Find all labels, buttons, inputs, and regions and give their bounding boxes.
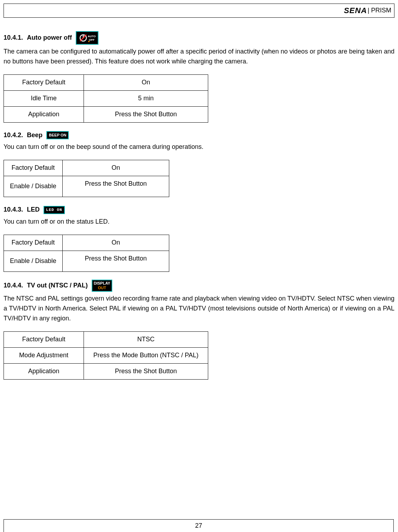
cell-value: Press the Shot Button <box>63 176 169 197</box>
cell-label: Idle Time <box>4 90 84 106</box>
section-number: 10.4.3. <box>4 206 23 213</box>
table-row: Mode Adjustment Press the Mode Button (N… <box>4 347 208 363</box>
table-row: Application Press the Shot Button <box>4 363 208 379</box>
section-title: Auto power off <box>27 34 72 41</box>
section-auto-power-off: 10.4.1. Auto power off AUTO OFF The came… <box>4 31 394 122</box>
svg-text:OFF: OFF <box>89 38 95 41</box>
cell-value: On <box>63 235 169 251</box>
beep-on-icon: BEEP ON <box>46 131 69 139</box>
section-title: LED <box>27 206 40 213</box>
cell-label: Factory Default <box>4 74 84 90</box>
section-number: 10.4.2. <box>4 131 23 139</box>
led-on-icon: LED ON <box>44 206 65 214</box>
table-row: Idle Time 5 min <box>4 90 208 106</box>
cell-value: NTSC <box>84 331 208 347</box>
logo: SENA <box>344 5 367 17</box>
table-row: Factory Default On <box>4 235 169 251</box>
auto-off-icon: AUTO OFF <box>76 31 98 45</box>
table-row: Factory Default NTSC <box>4 331 208 347</box>
cell-label: Application <box>4 363 84 379</box>
page-header: SENA | PRISM <box>4 4 394 18</box>
section-body: The NTSC and PAL settings govern video r… <box>4 294 394 324</box>
table-row: Factory Default On <box>4 160 169 176</box>
section-tv-out: 10.4.4. TV out (NTSC / PAL) DISPLAY OUT … <box>4 280 394 380</box>
table-row: Enable / Disable Press the Shot Button <box>4 176 169 197</box>
tv-out-table: Factory Default NTSC Mode Adjustment Pre… <box>4 331 208 380</box>
section-title: Beep <box>27 131 42 139</box>
display-out-icon: DISPLAY OUT <box>92 280 113 292</box>
section-body: The camera can be configured to automati… <box>4 47 394 67</box>
section-title: TV out (NTSC / PAL) <box>27 282 88 289</box>
cell-label: Enable / Disable <box>4 176 63 197</box>
cell-value: Press the Shot Button <box>63 251 169 271</box>
cell-value: Press the Shot Button <box>84 106 208 122</box>
table-row: Factory Default On <box>4 74 208 90</box>
led-table: Factory Default On Enable / Disable Pres… <box>4 235 169 272</box>
cell-label: Factory Default <box>4 235 63 251</box>
icon-label-bottom: OUT <box>98 286 106 290</box>
page-number: 27 <box>195 522 202 529</box>
cell-label: Mode Adjustment <box>4 347 84 363</box>
cell-value: Press the Mode Button (NTSC / PAL) <box>84 347 208 363</box>
cell-label: Enable / Disable <box>4 251 63 271</box>
cell-label: Factory Default <box>4 331 84 347</box>
cell-value: On <box>63 160 169 176</box>
cell-value: 5 min <box>84 90 208 106</box>
svg-point-4 <box>88 41 90 42</box>
icon-label: BEEP ON <box>49 133 66 138</box>
icon-label: LED ON <box>46 208 62 212</box>
icon-label-top: DISPLAY <box>94 281 110 286</box>
cell-value: On <box>84 74 208 90</box>
product-name: | PRISM <box>368 6 391 16</box>
cell-label: Application <box>4 106 84 122</box>
cell-value: Press the Shot Button <box>84 363 208 379</box>
section-number: 10.4.4. <box>4 282 23 289</box>
section-number: 10.4.1. <box>4 34 23 41</box>
table-row: Application Press the Shot Button <box>4 106 208 122</box>
auto-power-off-table: Factory Default On Idle Time 5 min Appli… <box>4 74 208 123</box>
cell-label: Factory Default <box>4 160 63 176</box>
section-beep: 10.4.2. Beep BEEP ON You can turn off or… <box>4 130 394 197</box>
beep-table: Factory Default On Enable / Disable Pres… <box>4 160 169 197</box>
svg-text:AUTO: AUTO <box>88 35 96 38</box>
page-footer: 27 <box>4 519 394 532</box>
section-body: You can turn off or on the status LED. <box>4 217 394 227</box>
section-body: You can turn off or on the beep sound of… <box>4 142 394 152</box>
section-led: 10.4.3. LED LED ON You can turn off or o… <box>4 205 394 272</box>
table-row: Enable / Disable Press the Shot Button <box>4 251 169 271</box>
